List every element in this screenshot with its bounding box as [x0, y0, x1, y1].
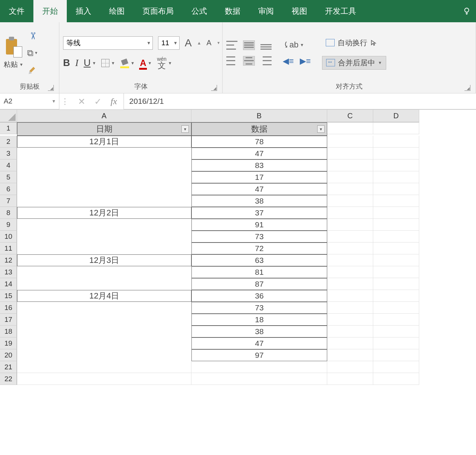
cell[interactable]: [373, 326, 419, 337]
row-header[interactable]: 1: [0, 122, 17, 134]
cell[interactable]: [327, 302, 373, 314]
font-color-button[interactable]: A▼: [140, 58, 152, 68]
data-cell[interactable]: 72: [191, 243, 327, 254]
tab-insert[interactable]: 插入: [67, 0, 100, 22]
row-header[interactable]: 10: [0, 231, 17, 243]
cell[interactable]: [373, 171, 419, 183]
data-cell[interactable]: 87: [191, 278, 327, 290]
cell[interactable]: [373, 314, 419, 326]
font-dialog-launcher[interactable]: [211, 85, 217, 91]
select-all-button[interactable]: [0, 110, 17, 122]
data-cell[interactable]: 38: [191, 195, 327, 207]
cell[interactable]: [327, 171, 373, 183]
tab-developer[interactable]: 开发工具: [316, 0, 365, 22]
data-cell[interactable]: 47: [191, 337, 327, 349]
cell[interactable]: [327, 159, 373, 171]
cell[interactable]: [327, 195, 373, 207]
cell[interactable]: [17, 373, 191, 385]
data-cell[interactable]: 37: [191, 207, 327, 219]
cell[interactable]: [373, 254, 419, 266]
data-cell[interactable]: 47: [191, 183, 327, 195]
data-cell[interactable]: 73: [191, 302, 327, 314]
align-middle-button[interactable]: [243, 41, 255, 50]
tab-home[interactable]: 开始: [33, 0, 67, 22]
data-cell[interactable]: 18: [191, 314, 327, 326]
data-cell[interactable]: 91: [191, 219, 327, 231]
spreadsheet-grid[interactable]: ABCD1日期▼数据▼12月1日27834748351764773812月2日8…: [0, 110, 476, 385]
data-cell[interactable]: 81: [191, 266, 327, 278]
data-cell[interactable]: 63: [191, 254, 327, 266]
row-header[interactable]: 4: [0, 159, 17, 171]
cell[interactable]: [191, 373, 327, 385]
tab-view[interactable]: 视图: [283, 0, 316, 22]
cell[interactable]: [373, 136, 419, 148]
font-name-combo[interactable]: ▼: [63, 36, 153, 50]
row-header[interactable]: 19: [0, 337, 17, 349]
row-header[interactable]: 9: [0, 219, 17, 231]
cell[interactable]: [17, 361, 191, 373]
cell[interactable]: [373, 373, 419, 385]
data-cell[interactable]: 73: [191, 231, 327, 243]
row-header[interactable]: 13: [0, 266, 17, 278]
row-header[interactable]: 22: [0, 373, 17, 385]
data-cell[interactable]: 36: [191, 290, 327, 302]
cell[interactable]: [373, 122, 419, 134]
cell[interactable]: [373, 278, 419, 290]
cell[interactable]: [327, 122, 373, 134]
merged-date-cell[interactable]: 12月3日: [17, 254, 191, 266]
align-top-button[interactable]: [226, 41, 237, 50]
cell[interactable]: [373, 159, 419, 171]
row-header[interactable]: 8: [0, 207, 17, 219]
data-cell[interactable]: 78: [191, 136, 327, 148]
filter-button[interactable]: ▼: [181, 125, 189, 133]
cell[interactable]: [327, 254, 373, 266]
tab-page-layout[interactable]: 页面布局: [134, 0, 183, 22]
cell[interactable]: [373, 290, 419, 302]
borders-button[interactable]: ▼: [101, 59, 115, 67]
cell[interactable]: [191, 361, 327, 373]
row-header[interactable]: 3: [0, 148, 17, 159]
align-center-button[interactable]: [243, 56, 255, 65]
align-left-button[interactable]: [226, 56, 237, 65]
underline-button[interactable]: U▼: [83, 57, 96, 69]
align-bottom-button[interactable]: [260, 41, 272, 50]
row-header[interactable]: 2: [0, 136, 17, 148]
tell-me-icon[interactable]: [457, 0, 476, 22]
row-header[interactable]: 21: [0, 361, 17, 373]
data-cell[interactable]: 38: [191, 326, 327, 337]
filter-button[interactable]: ▼: [317, 125, 325, 133]
cell[interactable]: [373, 266, 419, 278]
table-header-date[interactable]: 日期▼: [17, 122, 191, 136]
enter-formula-button[interactable]: ✓: [94, 96, 102, 107]
data-cell[interactable]: 17: [191, 171, 327, 183]
fx-icon[interactable]: fx: [111, 96, 117, 106]
cell[interactable]: [373, 349, 419, 361]
format-painter-button[interactable]: [26, 64, 39, 76]
formula-bar-expand[interactable]: ⋮: [59, 93, 71, 109]
row-header[interactable]: 11: [0, 243, 17, 254]
cell[interactable]: [327, 148, 373, 159]
row-header[interactable]: 7: [0, 195, 17, 207]
cell[interactable]: [373, 195, 419, 207]
cell[interactable]: [373, 231, 419, 243]
cell[interactable]: [327, 314, 373, 326]
column-header[interactable]: C: [327, 110, 373, 122]
orientation-button[interactable]: ⤹ab▼: [283, 40, 304, 50]
decrease-font-button[interactable]: A: [207, 39, 211, 47]
wrap-text-button[interactable]: 自动换行: [322, 36, 386, 49]
cell[interactable]: [327, 219, 373, 231]
data-cell[interactable]: 97: [191, 349, 327, 361]
cell[interactable]: [373, 243, 419, 254]
cell[interactable]: [327, 290, 373, 302]
phonetic-button[interactable]: wén 文 ▼: [157, 56, 172, 70]
cell[interactable]: [327, 136, 373, 148]
row-header[interactable]: 18: [0, 326, 17, 337]
cell[interactable]: [327, 326, 373, 337]
cancel-formula-button[interactable]: ✕: [78, 96, 85, 107]
cell[interactable]: [327, 337, 373, 349]
row-header[interactable]: 17: [0, 314, 17, 326]
table-header-data[interactable]: 数据▼: [191, 122, 327, 136]
column-header[interactable]: D: [373, 110, 419, 122]
cell[interactable]: [373, 148, 419, 159]
cell[interactable]: [373, 337, 419, 349]
